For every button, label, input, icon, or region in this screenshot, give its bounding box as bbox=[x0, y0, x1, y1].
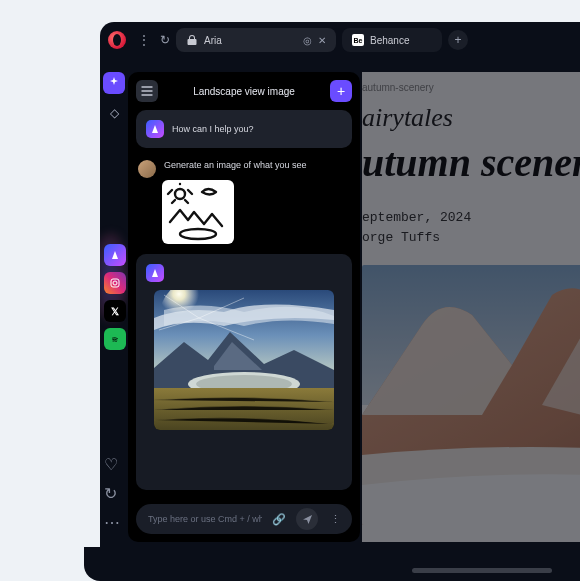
browser-window: ⋮ ↻ Aria ◎ ✕ Be Behance + ◇ bbox=[100, 22, 580, 562]
svg-point-4 bbox=[180, 229, 216, 239]
svg-point-1 bbox=[113, 281, 117, 285]
dim-overlay bbox=[362, 72, 580, 542]
assistant-text: How can I help you? bbox=[172, 124, 254, 134]
tab-bar: ⋮ ↻ Aria ◎ ✕ Be Behance + bbox=[100, 22, 580, 54]
chat-input-bar: 🔗 ⋮ bbox=[136, 504, 352, 534]
tab-aria[interactable]: Aria ◎ ✕ bbox=[176, 28, 336, 52]
rail-diamond-icon[interactable]: ◇ bbox=[103, 102, 125, 124]
tab-label: Aria bbox=[204, 35, 222, 46]
pin-icon[interactable]: ✕ bbox=[318, 35, 326, 46]
user-text: Generate an image of what you see bbox=[164, 160, 307, 178]
attach-link-icon[interactable]: 🔗 bbox=[268, 508, 290, 530]
primary-rail: ◇ bbox=[100, 72, 128, 124]
spotify-app-icon[interactable] bbox=[104, 328, 126, 350]
chat-input[interactable] bbox=[148, 514, 262, 524]
more-icon[interactable]: ⋮ bbox=[138, 33, 150, 47]
panel-body: How can I help you? Generate an image of… bbox=[128, 110, 360, 498]
tab-behance[interactable]: Be Behance bbox=[342, 28, 442, 52]
rail-bottom: ♡ ↻ ⋯ bbox=[104, 455, 120, 532]
input-more-icon[interactable]: ⋮ bbox=[324, 508, 346, 530]
svg-rect-0 bbox=[111, 279, 119, 287]
x-app-icon[interactable]: 𝕏 bbox=[104, 300, 126, 322]
new-chat-button[interactable]: + bbox=[330, 80, 352, 102]
instagram-app-icon[interactable] bbox=[104, 272, 126, 294]
user-sketch-attachment[interactable] bbox=[162, 180, 234, 244]
user-message: Generate an image of what you see bbox=[136, 158, 352, 180]
history-icon[interactable]: ↻ bbox=[104, 484, 120, 503]
rail-apps: 𝕏 bbox=[104, 244, 126, 350]
ai-sidebar-button[interactable] bbox=[103, 72, 125, 94]
favorite-icon[interactable]: ♡ bbox=[104, 455, 120, 474]
panel-footer: 🔗 ⋮ bbox=[128, 498, 360, 542]
panel-header: Landscape view image + bbox=[128, 72, 360, 110]
new-tab-button[interactable]: + bbox=[448, 30, 468, 50]
tab-label: Behance bbox=[370, 35, 409, 46]
home-indicator bbox=[412, 568, 552, 573]
opera-logo-icon[interactable] bbox=[108, 31, 126, 49]
panel-title: Landscape view image bbox=[166, 86, 322, 97]
assistant-greeting: How can I help you? bbox=[136, 110, 352, 148]
aria-avatar-icon bbox=[146, 120, 164, 138]
aria-panel: Landscape view image + How can I help yo… bbox=[128, 72, 360, 542]
page-content: autumn-scenery airytales utumn scenery e… bbox=[362, 72, 580, 542]
generated-image[interactable] bbox=[154, 290, 334, 430]
aria-app-icon[interactable] bbox=[104, 244, 126, 266]
reload-icon[interactable]: ↻ bbox=[160, 33, 170, 47]
send-button[interactable] bbox=[296, 508, 318, 530]
lock-icon bbox=[186, 34, 198, 46]
browser-controls: ⋮ ↻ bbox=[138, 33, 170, 47]
tab-action-icon[interactable]: ◎ bbox=[303, 35, 312, 46]
assistant-response-card bbox=[136, 254, 352, 490]
behance-favicon-icon: Be bbox=[352, 34, 364, 46]
device-bezel bbox=[84, 547, 580, 581]
more-icon[interactable]: ⋯ bbox=[104, 513, 120, 532]
svg-point-3 bbox=[175, 189, 185, 199]
user-avatar-icon bbox=[138, 160, 156, 178]
panel-menu-button[interactable] bbox=[136, 80, 158, 102]
aria-avatar-icon bbox=[146, 264, 164, 282]
